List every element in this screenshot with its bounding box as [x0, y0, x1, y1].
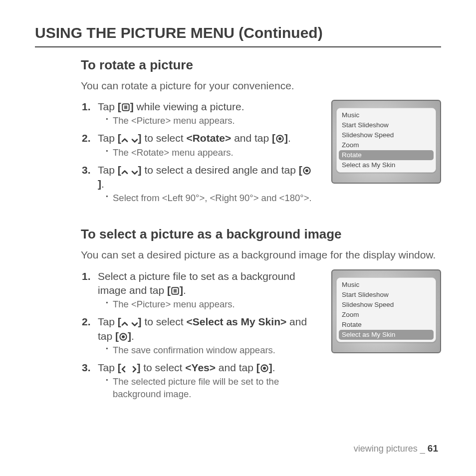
- text: .: [183, 284, 186, 296]
- menu-item: Start Slideshow: [337, 120, 436, 130]
- menu-item: Select as My Skin: [337, 160, 436, 170]
- text: Tap: [98, 101, 118, 112]
- section-heading-rotate: To rotate a picture: [81, 56, 441, 74]
- chevron-left-icon: [121, 366, 126, 373]
- manual-page: USING THE PICTURE MENU (Continued) To ro…: [0, 0, 476, 476]
- section-heading-skin: To select a picture as a background imag…: [81, 226, 441, 243]
- target-icon: [275, 134, 284, 143]
- menu-item: Music: [337, 110, 436, 120]
- target-icon: [302, 166, 311, 175]
- menu-item: Slideshow Speed: [337, 130, 436, 140]
- device-screenshot-rotate: Music Start Slideshow Slideshow Speed Zo…: [331, 100, 441, 184]
- rotate-intro: You can rotate a picture for your conven…: [81, 79, 441, 93]
- chevron-up-icon: [121, 138, 128, 143]
- skin-step-1-sub: The <Picture> menu appears.: [106, 298, 314, 311]
- page-number: 61: [428, 443, 438, 454]
- text: and tap: [216, 362, 256, 373]
- bold-text: <Select as My Skin>: [186, 316, 286, 327]
- rotate-step-3: Tap [ ] to select a desired angle and ta…: [98, 163, 314, 205]
- picture-menu-panel: Music Start Slideshow Slideshow Speed Zo…: [336, 108, 436, 173]
- rotate-steps: Tap [] while viewing a picture. The <Pic…: [81, 100, 314, 205]
- rotate-step-3-sub: Select from <Left 90°>, <Right 90°> and …: [106, 192, 314, 205]
- rotate-steps-col: Tap [] while viewing a picture. The <Pic…: [81, 100, 314, 209]
- text: to select: [140, 362, 185, 373]
- text: Tap: [98, 164, 118, 176]
- chevron-up-icon: [121, 321, 128, 327]
- text: .: [101, 178, 104, 190]
- text: .: [272, 362, 275, 373]
- chevron-right-icon: [132, 366, 137, 373]
- text: .: [131, 330, 134, 342]
- bold-text: <Rotate>: [186, 132, 231, 144]
- text: to select: [142, 316, 187, 327]
- text: to select a desired angle and tap: [142, 164, 299, 176]
- body: To rotate a picture You can rotate a pic…: [35, 56, 441, 405]
- skin-step-2-sub: The save confirmation window appears.: [106, 344, 314, 357]
- page-title: USING THE PICTURE MENU (Continued): [35, 23, 441, 47]
- chevron-down-icon: [131, 138, 138, 143]
- text: .: [288, 132, 291, 144]
- skin-row: Select a picture file to set as a backgr…: [81, 269, 441, 405]
- text: Tap: [98, 132, 118, 144]
- menu-item: Zoom: [337, 140, 436, 150]
- target-icon: [119, 332, 128, 341]
- page-footer: viewing pictures _ 61: [354, 442, 438, 455]
- text: and tap: [231, 132, 272, 144]
- text: while viewing a picture.: [134, 101, 244, 112]
- text: to select: [142, 132, 187, 144]
- menu-item: Slideshow Speed: [337, 300, 436, 310]
- skin-step-3: Tap [ ] to select <Yes> and tap []. The …: [98, 361, 314, 401]
- skin-step-2: Tap [ ] to select <Select as My Skin> an…: [98, 315, 314, 357]
- rotate-row: Tap [] while viewing a picture. The <Pic…: [81, 100, 441, 209]
- skin-steps: Select a picture file to set as a backgr…: [81, 269, 314, 401]
- menu-icon: [121, 103, 130, 112]
- footer-label: viewing pictures _: [354, 444, 428, 454]
- menu-item: Start Slideshow: [337, 290, 436, 300]
- menu-item: Rotate: [337, 320, 436, 330]
- menu-item: Zoom: [337, 310, 436, 320]
- device-screenshot-skin: Music Start Slideshow Slideshow Speed Zo…: [331, 269, 441, 353]
- chevron-up-icon: [121, 170, 128, 175]
- bold-text: <Yes>: [185, 362, 216, 373]
- chevron-down-icon: [131, 321, 138, 327]
- skin-intro: You can set a desired picture as a backg…: [81, 248, 441, 262]
- skin-step-1: Select a picture file to set as a backgr…: [98, 269, 314, 311]
- rotate-step-1: Tap [] while viewing a picture. The <Pic…: [98, 100, 314, 127]
- text: Tap: [98, 316, 118, 327]
- skin-step-3-sub: The selected picture file will be set to…: [106, 376, 314, 401]
- target-icon: [260, 364, 269, 373]
- chevron-down-icon: [131, 170, 138, 175]
- menu-item-selected: Select as My Skin: [339, 330, 434, 340]
- text: Tap: [98, 362, 118, 373]
- skin-steps-col: Select a picture file to set as a backgr…: [81, 269, 314, 405]
- rotate-step-2-sub: The <Rotate> menu appears.: [106, 147, 314, 159]
- rotate-step-1-sub: The <Picture> menu appears.: [106, 115, 314, 127]
- text: Select a picture file to set as a backgr…: [98, 270, 295, 296]
- picture-menu-panel: Music Start Slideshow Slideshow Speed Zo…: [336, 277, 436, 342]
- menu-item-selected: Rotate: [339, 150, 434, 160]
- menu-icon: [171, 286, 180, 295]
- menu-item: Music: [337, 280, 436, 290]
- rotate-step-2: Tap [ ] to select <Rotate> and tap []. T…: [98, 131, 314, 159]
